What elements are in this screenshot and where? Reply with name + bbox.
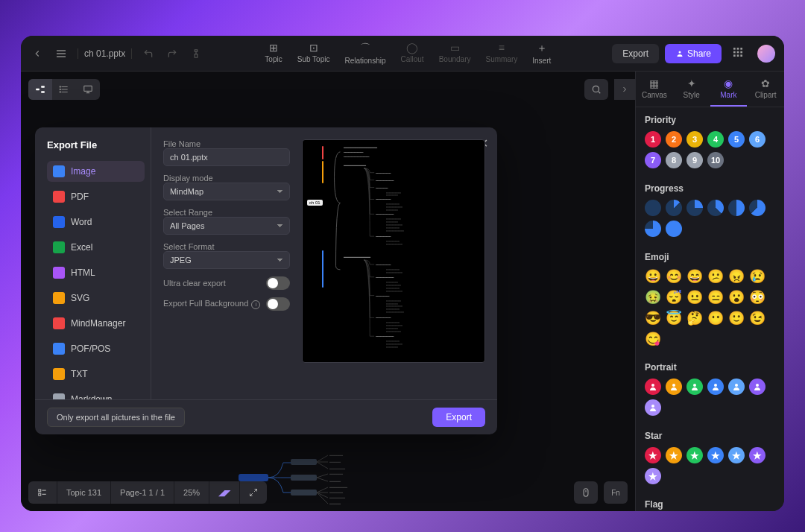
star-mark-3[interactable]: ★: [707, 447, 724, 463]
star-mark-0[interactable]: ★: [645, 447, 661, 463]
format-word[interactable]: Word: [47, 212, 145, 232]
emoji-mark-3[interactable]: 😕: [707, 268, 724, 285]
priority-mark-5[interactable]: 5: [728, 131, 745, 148]
top-toolbar: ch 01.pptx ⊞Topic ⊡Sub Topic ⌒Relationsh…: [21, 36, 784, 72]
tool-topic[interactable]: ⊞Topic: [265, 42, 282, 65]
emoji-mark-7[interactable]: 😴: [666, 289, 682, 305]
star-mark-1[interactable]: ★: [666, 447, 682, 463]
priority-mark-10[interactable]: 10: [707, 152, 724, 168]
star-mark-6[interactable]: ★: [645, 468, 661, 484]
right-panel: ▦Canvas✦Style◉Mark✿Clipart Priority 1234…: [635, 72, 784, 511]
export-confirm-button[interactable]: Export: [432, 408, 485, 427]
svg-text:━━━━━━━━━━━: ━━━━━━━━━━━: [385, 271, 402, 274]
display-mode-select[interactable]: MindMap: [163, 183, 290, 200]
panel-tab-style[interactable]: ✦Style: [673, 72, 710, 107]
emoji-mark-15[interactable]: 😶: [707, 310, 724, 326]
emoji-mark-8[interactable]: 😐: [686, 289, 703, 305]
tool-summary[interactable]: ≡Summary: [485, 42, 517, 65]
progress-mark-2[interactable]: [686, 200, 703, 216]
portrait-mark-5[interactable]: [749, 379, 765, 395]
progress-mark-7[interactable]: [666, 221, 682, 237]
tool-insert[interactable]: ＋Insert: [532, 42, 551, 65]
panel-tab-mark[interactable]: ◉Mark: [710, 72, 748, 107]
priority-mark-9[interactable]: 9: [686, 152, 703, 168]
portrait-mark-0[interactable]: [645, 379, 661, 395]
emoji-mark-6[interactable]: 🤢: [645, 289, 661, 305]
portrait-mark-4[interactable]: [728, 379, 745, 395]
priority-mark-6[interactable]: 6: [749, 131, 765, 148]
export-full-bg-toggle[interactable]: [266, 297, 290, 311]
format-html[interactable]: HTML: [47, 262, 145, 283]
progress-mark-1[interactable]: [666, 200, 682, 216]
emoji-mark-9[interactable]: 😑: [707, 289, 724, 305]
emoji-mark-5[interactable]: 😢: [749, 268, 765, 285]
tool-boundary[interactable]: ▭Boundary: [439, 42, 471, 65]
back-icon[interactable]: [30, 46, 45, 61]
tool-callout[interactable]: ◯Callout: [401, 42, 424, 65]
emoji-mark-1[interactable]: 😊: [666, 268, 682, 285]
file-name-input[interactable]: [163, 148, 290, 166]
emoji-mark-18[interactable]: 😋: [645, 331, 661, 347]
canvas[interactable]: ━━━━━━ ━━━━━ ━━━━━━━ ━━━━━━ ━━━━━ ━━━━━━…: [21, 72, 635, 511]
progress-mark-6[interactable]: [645, 221, 661, 237]
priority-mark-2[interactable]: 2: [666, 131, 682, 148]
emoji-mark-14[interactable]: 🤔: [686, 310, 703, 326]
priority-mark-8[interactable]: 8: [666, 152, 682, 168]
panel-tab-clipart[interactable]: ✿Clipart: [747, 72, 784, 107]
portrait-mark-2[interactable]: [686, 379, 703, 395]
apps-icon[interactable]: [732, 46, 747, 61]
emoji-mark-10[interactable]: 😮: [728, 289, 745, 305]
priority-mark-3[interactable]: 3: [686, 131, 703, 148]
panel-tab-canvas[interactable]: ▦Canvas: [636, 72, 673, 107]
svg-text:━━━━━━━━━━━━: ━━━━━━━━━━━━: [375, 335, 394, 338]
format-pof-pos[interactable]: POF/POS: [47, 338, 145, 359]
format-image[interactable]: Image: [47, 161, 145, 182]
info-icon[interactable]: i: [251, 300, 260, 309]
emoji-mark-0[interactable]: 😀: [645, 268, 661, 285]
priority-mark-7[interactable]: 7: [645, 152, 661, 168]
emoji-mark-2[interactable]: 😄: [686, 268, 703, 285]
tool-relationship[interactable]: ⌒Relationship: [344, 42, 385, 65]
emoji-mark-12[interactable]: 😎: [645, 310, 661, 326]
star-mark-5[interactable]: ★: [749, 447, 765, 463]
format-pdf[interactable]: PDF: [47, 186, 145, 207]
progress-mark-0[interactable]: [645, 200, 661, 216]
progress-mark-4[interactable]: [728, 200, 745, 216]
progress-mark-3[interactable]: [707, 200, 724, 216]
emoji-mark-11[interactable]: 😳: [749, 289, 765, 305]
progress-mark-5[interactable]: [749, 200, 765, 216]
select-range-label: Select Range: [163, 208, 290, 217]
emoji-mark-16[interactable]: 🙂: [728, 310, 745, 326]
portrait-mark-3[interactable]: [707, 379, 724, 395]
undo-icon[interactable]: [141, 46, 156, 61]
format-markdown[interactable]: Markdown: [47, 389, 145, 399]
redo-icon[interactable]: [165, 46, 180, 61]
tool-subtopic[interactable]: ⊡Sub Topic: [297, 42, 330, 65]
format-txt[interactable]: TXT: [47, 364, 145, 384]
portrait-mark-1[interactable]: [666, 379, 682, 395]
emoji-mark-13[interactable]: 😇: [666, 310, 682, 326]
menu-icon[interactable]: [54, 46, 69, 61]
svg-text:━━━━━━━━━━━━━━━: ━━━━━━━━━━━━━━━: [343, 146, 378, 150]
priority-mark-4[interactable]: 4: [707, 131, 724, 148]
star-mark-2[interactable]: ★: [686, 447, 703, 463]
format-painter-icon[interactable]: [189, 46, 203, 61]
format-excel[interactable]: Excel: [47, 237, 145, 258]
svg-text:━━━━━━━━━━━━: ━━━━━━━━━━━━: [385, 229, 404, 232]
ultra-clear-toggle[interactable]: [266, 276, 290, 290]
user-avatar[interactable]: [757, 45, 775, 63]
select-range-select[interactable]: All Pages: [163, 217, 290, 235]
share-button[interactable]: Share: [665, 44, 722, 63]
only-export-pictures-button[interactable]: Only export all pictures in the file: [47, 408, 185, 427]
format-svg[interactable]: SVG: [47, 288, 145, 308]
star-mark-4[interactable]: ★: [728, 447, 745, 463]
emoji-mark-17[interactable]: 😉: [749, 310, 765, 326]
svg-text:━━━━━━━━: ━━━━━━━━: [385, 209, 398, 212]
export-button[interactable]: Export: [612, 44, 659, 63]
portrait-mark-6[interactable]: [645, 399, 661, 416]
priority-mark-1[interactable]: 1: [645, 131, 661, 148]
svg-text:━━━━━━━━━━: ━━━━━━━━━━: [385, 330, 401, 333]
emoji-mark-4[interactable]: 😠: [728, 268, 745, 285]
format-mindmanager[interactable]: MindManager: [47, 313, 145, 334]
select-format-select[interactable]: JPEG: [163, 251, 290, 269]
